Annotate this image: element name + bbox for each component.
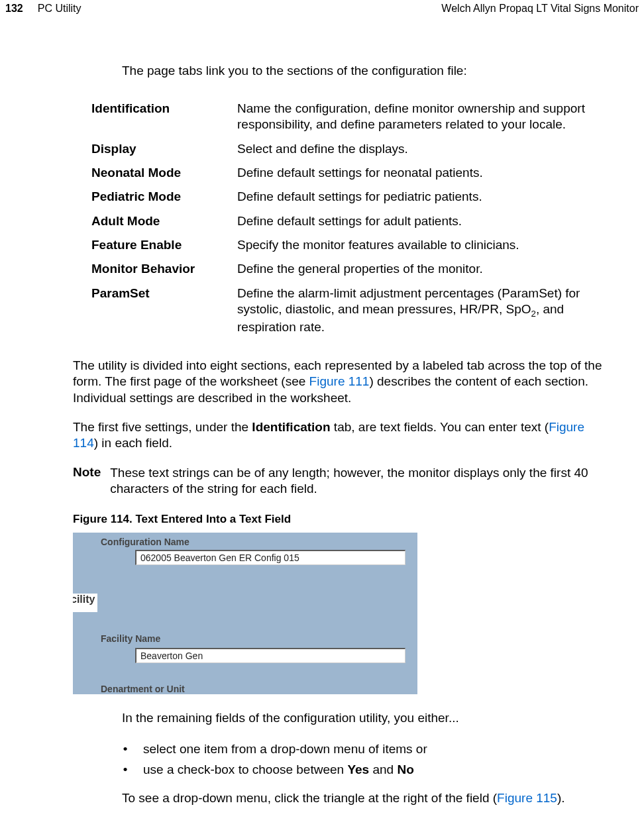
config-name-field[interactable]: 062005 Beaverton Gen ER Config 015 — [135, 550, 405, 565]
text: use a check-box to choose between — [143, 762, 347, 776]
paragraph: The utility is divided into eight sectio… — [73, 358, 604, 406]
tab-term: ParamSet — [91, 282, 237, 339]
text: ). — [557, 791, 565, 805]
bullet-icon: • — [122, 760, 129, 780]
table-row: Feature Enable Specify the monitor featu… — [91, 233, 627, 257]
bold-text: Identification — [252, 420, 330, 434]
paragraph: The first five settings, under the Ident… — [73, 419, 604, 452]
bold-text: No — [397, 762, 413, 776]
tab-term: Monitor Behavior — [91, 257, 237, 281]
tab-term: Pediatric Mode — [91, 185, 237, 209]
facility-name-label: Facility Name — [101, 633, 160, 644]
tab-term: Display — [91, 137, 237, 161]
note-block: Note These text strings can be of any le… — [73, 465, 604, 498]
table-row: Display Select and define the displays. — [91, 137, 627, 161]
list-item: • use a check-box to choose between Yes … — [122, 760, 623, 780]
figure-caption: Figure 114. Text Entered Into a Text Fie… — [73, 513, 623, 526]
paragraph: To see a drop-down menu, click the trian… — [122, 790, 604, 806]
text: To see a drop-down menu, click the trian… — [122, 791, 497, 805]
table-row: Identification Name the configuration, d… — [91, 97, 627, 137]
side-text-fragment: cility — [73, 594, 97, 612]
text: ) in each field. — [94, 436, 172, 450]
header-product: Welch Allyn Propaq LT Vital Signs Monito… — [441, 3, 639, 15]
figure-link[interactable]: Figure 115 — [497, 791, 557, 805]
figure-link[interactable]: Figure 111 — [309, 374, 370, 388]
bold-text: Yes — [347, 762, 369, 776]
tab-term: Neonatal Mode — [91, 161, 237, 185]
text: tab, are text fields. You can enter text… — [331, 420, 549, 434]
intro-text: The page tabs link you to the sections o… — [122, 64, 623, 78]
list-item: • select one item from a drop-down menu … — [122, 739, 623, 759]
figure-screenshot: Configuration Name 062005 Beaverton Gen … — [73, 533, 417, 694]
dept-label: Denartment or Unit — [101, 684, 185, 694]
facility-name-field[interactable]: Beaverton Gen — [135, 648, 405, 663]
tab-term: Identification — [91, 97, 237, 137]
note-label: Note — [73, 465, 101, 498]
bullet-list: • select one item from a drop-down menu … — [122, 739, 623, 780]
bullet-text: select one item from a drop-down menu of… — [143, 739, 427, 759]
tab-desc: Define default settings for adult patien… — [237, 209, 627, 233]
text: The first five settings, under the — [73, 420, 252, 434]
bullet-text: use a check-box to choose between Yes an… — [143, 760, 414, 780]
table-row: ParamSet Define the alarm-limit adjustme… — [91, 282, 627, 339]
tabs-definition-table: Identification Name the configuration, d… — [91, 97, 627, 339]
tab-desc: Specify the monitor features available t… — [237, 233, 627, 257]
table-row: Pediatric Mode Define default settings f… — [91, 185, 627, 209]
tab-term: Adult Mode — [91, 209, 237, 233]
tab-desc: Define default settings for pediatric pa… — [237, 185, 627, 209]
note-text: These text strings can be of any length;… — [110, 465, 604, 498]
page-number: 132 — [5, 3, 23, 15]
table-row: Adult Mode Define default settings for a… — [91, 209, 627, 233]
tab-desc-pre: Define the alarm-limit adjustment percen… — [237, 286, 580, 316]
config-name-label: Configuration Name — [101, 537, 189, 547]
bullet-icon: • — [122, 739, 129, 759]
text: and — [369, 762, 397, 776]
table-row: Neonatal Mode Define default settings fo… — [91, 161, 627, 185]
paragraph: In the remaining fields of the configura… — [122, 710, 604, 726]
tab-desc: Define the alarm-limit adjustment percen… — [237, 282, 627, 339]
page-header: 132 PC Utility Welch Allyn Propaq LT Vit… — [0, 0, 644, 15]
tab-desc: Name the configuration, define monitor o… — [237, 97, 627, 137]
header-section: PC Utility — [38, 3, 81, 15]
tab-desc: Define default settings for neonatal pat… — [237, 161, 627, 185]
tab-term: Feature Enable — [91, 233, 237, 257]
subscript: 2 — [531, 309, 536, 319]
tab-desc: Select and define the displays. — [237, 137, 627, 161]
table-row: Monitor Behavior Define the general prop… — [91, 257, 627, 281]
tab-desc: Define the general properties of the mon… — [237, 257, 627, 281]
